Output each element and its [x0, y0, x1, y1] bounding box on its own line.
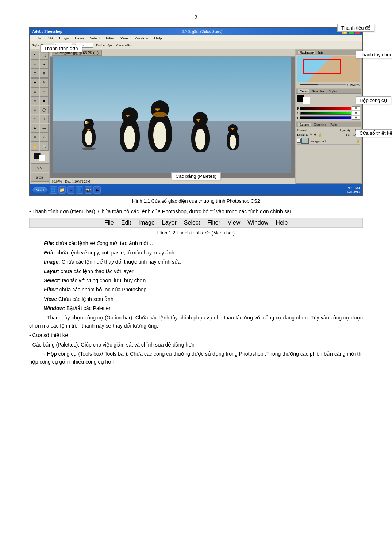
ps-paths-tab-label[interactable]: Paths — [329, 123, 339, 126]
tool-notes[interactable]: ✉ — [31, 133, 39, 142]
callout-tuy-chon: Thanh tùy chọn công cụ — [356, 54, 366, 55]
ps-r-value[interactable]: 0 — [352, 106, 360, 110]
ps-g-slider[interactable] — [300, 112, 351, 115]
ps-taskbar-icon-4[interactable]: 📷 — [85, 186, 92, 194]
ps-titlebar: Adobe Photoshop EN English (United State… — [30, 28, 362, 35]
ps-menu-edit[interactable]: Edit — [43, 35, 56, 41]
tool-heal[interactable]: ✚ — [31, 78, 39, 87]
tool-mode-toggle[interactable]: Q Q — [31, 163, 49, 172]
menu-bar-view: View — [228, 219, 240, 226]
ps-lock-all-icon[interactable]: 🔒 — [318, 133, 322, 137]
ps-b-slider[interactable] — [300, 116, 351, 119]
ps-taskbar-icon-5[interactable]: ▶ — [93, 186, 101, 194]
ps-zoom-level: 66.67% — [52, 180, 62, 183]
tool-zoom[interactable]: 🔍 — [40, 142, 49, 151]
tool-eraser[interactable]: ▭ — [31, 96, 39, 105]
ps-bg-swatch[interactable] — [303, 97, 310, 104]
tool-screen-mode[interactable]: ⊡⊡⊡ — [31, 173, 49, 182]
file-desc: chứa các lệnh về đóng mở, tạo ảnh mới… — [54, 240, 153, 246]
ps-navigator-tab: Navigator Info — [296, 50, 361, 55]
ps-layer-visibility-icon[interactable]: 👁 — [297, 139, 301, 143]
tool-hand[interactable]: ✋ — [31, 142, 39, 151]
ps-titlebar-locale: EN English (United States) — [182, 30, 222, 34]
ps-body: ↖ ⬚ ⌓ ✦ ⊡ ⊟ ✚ ✎ — [30, 49, 362, 184]
ps-b-value[interactable]: 0 — [352, 116, 360, 120]
ps-start-button[interactable]: Start — [32, 187, 48, 193]
menu-bar-edit: Edit — [121, 219, 131, 226]
ps-channels-tab-label[interactable]: Channels — [312, 123, 328, 126]
tool-pen[interactable]: ✒ — [31, 115, 39, 123]
edit-desc-line: Edit: chứa lệnh về copy, cut, paste, tô … — [44, 249, 363, 257]
cac-bang-desc: - Các bảng (Palettes): Giúp cho việc giá… — [29, 341, 363, 349]
ps-nav-zoom-row: – + 66.67% — [297, 83, 360, 87]
ps-menubar: File Edit Image Layer Select Filter View… — [30, 35, 362, 41]
tool-brush[interactable]: ✎ — [40, 78, 49, 87]
intro-text: - Thanh trình đơn (menu bar): Chứa toàn … — [29, 207, 363, 215]
callout-hop-cong-cu: Hộp công cụ — [356, 100, 366, 100]
ps-toolbox: ↖ ⬚ ⌓ ✦ ⊡ ⊟ ✚ ✎ — [30, 49, 50, 184]
ps-menu-select[interactable]: Select — [87, 35, 103, 41]
ps-menu-window[interactable]: Window — [132, 35, 151, 41]
ps-taskbar-icon-2[interactable]: 📁 — [58, 186, 66, 194]
ps-nav-zoom-out-icon[interactable]: – — [297, 83, 299, 87]
ps-taskbar-icon-ie[interactable]: e — [67, 186, 74, 194]
tool-stamp[interactable]: ⊕ — [31, 87, 39, 96]
tool-crop[interactable]: ⊡ — [31, 69, 39, 78]
ps-taskbar-icon-3[interactable]: 🔵 — [76, 186, 83, 194]
edit-label: Edit: — [44, 250, 55, 256]
ps-styles-tab-label[interactable]: Styles — [327, 89, 338, 93]
ps-nav-zoom-in-icon[interactable]: + — [347, 83, 349, 87]
ps-color-tab-label[interactable]: Color — [298, 89, 309, 93]
ps-layer-thumbnail — [301, 138, 309, 144]
ps-lock-transparent-icon[interactable]: ⊡ — [306, 133, 309, 137]
ps-navigator-panel: Navigator Info – — [296, 50, 361, 88]
page-number: 2 — [29, 15, 363, 20]
ps-layer-background[interactable]: 👁 Background 🔒 — [297, 138, 360, 145]
tool-gradient[interactable]: ■ — [40, 96, 49, 105]
tool-blur[interactable]: ○ — [31, 106, 39, 114]
ps-menu-layer[interactable]: Layer — [72, 35, 87, 41]
edit-desc: chứa lệnh về copy, cut, paste, tô màu ha… — [55, 250, 174, 256]
file-label: File: — [44, 240, 54, 246]
tool-slice[interactable]: ⊟ — [40, 69, 49, 78]
tool-path-select[interactable]: ▸ — [31, 124, 39, 133]
callout-cac-bang: Các bảng (Paletes) — [196, 172, 196, 180]
tool-magic-wand[interactable]: ✦ — [40, 60, 49, 69]
ps-layers-tab: Layers Channels Paths — [296, 122, 361, 127]
ps-layers-options-row: Normal Opacity: 100% — [297, 128, 360, 132]
tool-shape[interactable]: ▬ — [40, 124, 49, 133]
ps-swatches-tab-label[interactable]: Swatches — [311, 89, 326, 93]
filter-desc: chứa các nhóm bộ lọc của Photoshop — [58, 287, 146, 292]
background-color-swatch[interactable] — [39, 155, 45, 161]
ps-lock-image-icon[interactable]: ✎ — [310, 133, 313, 137]
filter-label: Filter: — [44, 287, 58, 292]
ps-nav-zoom-slider[interactable] — [300, 84, 346, 85]
ps-navigator-tab-label[interactable]: Navigator — [298, 51, 315, 54]
ps-menu-help[interactable]: Help — [151, 35, 165, 41]
tool-eyedropper[interactable]: ✓ — [40, 133, 49, 142]
ps-color-panel: Color Swatches Styles R — [296, 89, 361, 121]
image-label: Image: — [44, 259, 60, 265]
image-desc: Chứa các lệnh để thay đổi thuộc tính hay… — [60, 259, 181, 265]
layer-desc: chứa các lệnh thao tác với layer — [59, 268, 134, 274]
ps-g-value[interactable]: 0 — [352, 111, 360, 115]
ps-menu-file[interactable]: File — [31, 35, 43, 41]
ps-menu-view[interactable]: View — [117, 35, 131, 41]
penguin-1 — [82, 125, 96, 150]
ps-layers-tab-label[interactable]: Layers — [298, 123, 311, 126]
ps-taskbar-icon-1[interactable]: 🌐 — [50, 186, 57, 194]
ps-r-slider[interactable] — [300, 107, 351, 110]
ps-menu-image[interactable]: Image — [56, 35, 72, 41]
ps-doc-info: Doc: 1.20M/1.20M — [65, 180, 91, 183]
image-desc-line: Image: Chứa các lệnh để thay đổi thuộc t… — [44, 258, 363, 266]
ps-lock-position-icon[interactable]: ✛ — [314, 133, 317, 137]
view-label: View: — [44, 296, 57, 302]
ps-info-tab-label[interactable]: Info — [317, 51, 325, 54]
ps-menu-filter[interactable]: Filter — [103, 35, 118, 41]
tool-move[interactable]: ↖ — [31, 51, 39, 60]
tool-dodge[interactable]: ◯ — [40, 106, 49, 114]
tool-lasso[interactable]: ⌓ — [31, 60, 39, 69]
tool-type[interactable]: T — [40, 115, 49, 123]
tool-history-brush[interactable]: ↩ — [40, 87, 49, 96]
sky-bg — [53, 57, 291, 121]
